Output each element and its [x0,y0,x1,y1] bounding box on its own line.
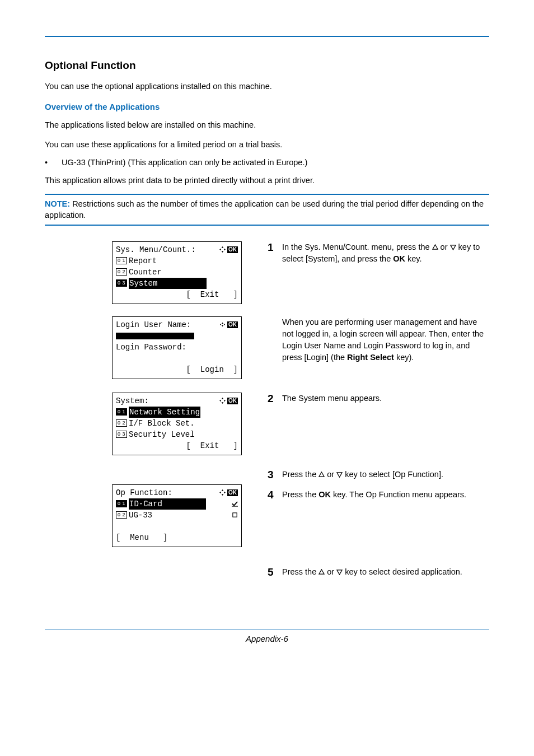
step-5-text: Press the or key to select desired appli… [282,566,489,578]
page-title: Optional Function [45,59,489,72]
step-2-num: 2 [268,393,282,405]
svg-point-1 [224,324,225,325]
step-4-num: 4 [268,489,282,501]
step-3-num: 3 [268,469,282,481]
bullet-item: • UG-33 (ThinPrint) (This application ca… [45,158,489,167]
step-1-text: In the Sys. Menu/Count. menu, press the … [282,241,489,265]
dpad-icon [219,246,226,253]
footer-rule [45,629,489,629]
intro-4: This application allows print data to be… [45,175,489,186]
note-rule-top [45,194,489,195]
step-1-num: 1 [268,241,282,265]
step-5-num: 5 [268,566,282,578]
up-triangle-icon [318,472,325,478]
ok-icon: OK [227,398,238,404]
step-3-text: Press the or key to select [Op Function]… [282,469,489,481]
step-1-login-text: When you are performing user management … [282,316,489,363]
intro-3: You can use these applications for a lim… [45,139,489,150]
lcd-system: System: OK 0 1Network Setting 0 2I/F Blo… [112,393,242,455]
intro-2: The applications listed below are instal… [45,119,489,130]
check-icon [232,501,238,507]
step-4-text: Press the OK key. The Op Function menu a… [282,489,489,501]
ok-icon: OK [227,489,238,496]
lcd-op-function: Op Function: OK 0 1ID-Card 0 2UG-33 [ Me… [112,484,242,547]
up-triangle-icon [318,569,325,575]
dpad-icon [219,398,226,404]
lcd-sys-menu: Sys. Menu/Count.: OK 0 1Report 0 2Counte… [112,241,242,304]
overview-heading: Overview of the Applications [45,102,489,111]
note-rule-bottom [45,225,489,226]
cursor-icon [219,321,226,328]
down-triangle-icon [450,244,456,250]
intro-1: You can use the optional applications in… [45,81,489,92]
down-triangle-icon [336,569,343,575]
top-rule [45,36,489,37]
ok-icon: OK [227,321,238,328]
page-footer: Appendix-6 [246,634,288,643]
down-triangle-icon [336,472,343,478]
up-triangle-icon [432,244,438,250]
svg-point-0 [220,324,221,325]
ok-icon: OK [227,246,238,253]
note-block: NOTE: Restrictions such as the number of… [45,198,489,221]
input-strip [116,333,194,339]
lcd-login: Login User Name: OK Login Password: [ Lo… [112,316,242,379]
box-icon [232,512,238,518]
step-2-text: The System menu appears. [282,393,489,405]
svg-rect-3 [233,513,237,517]
dpad-icon [219,489,226,496]
